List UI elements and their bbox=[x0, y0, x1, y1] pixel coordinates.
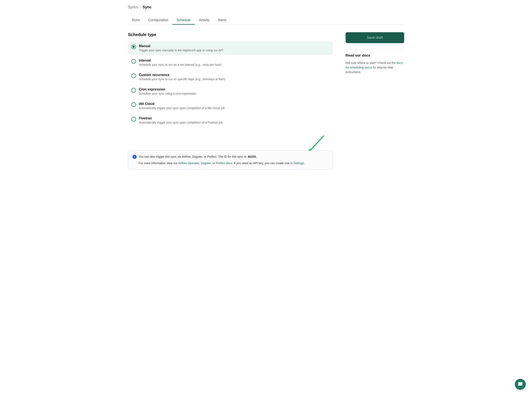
svg-line-0 bbox=[309, 136, 324, 151]
info-trigger-text: You can also trigger this sync via Airfl… bbox=[139, 155, 257, 159]
settings-link[interactable]: Settings. bbox=[293, 162, 305, 165]
docs-scheduling-link[interactable]: docs for scheduling syncs bbox=[345, 61, 403, 69]
option-content-interval: Interval Schedule your sync to run on a … bbox=[139, 59, 221, 66]
schedule-options-list: Manual Trigger your sync manually in the… bbox=[128, 41, 333, 127]
docs-title: Read our docs bbox=[345, 53, 404, 58]
tab-activity[interactable]: Activity bbox=[195, 16, 214, 25]
breadcrumb-current: Sync bbox=[143, 5, 152, 9]
right-sidebar: Save draft Read our docs Not sure where … bbox=[345, 32, 404, 75]
option-title-fivetran: Fivetran bbox=[139, 116, 223, 120]
schedule-option-dbt[interactable]: dbt Cloud Automatically trigger your syn… bbox=[128, 99, 333, 113]
schedule-option-fivetran[interactable]: Fivetran Automatically trigger your sync… bbox=[128, 113, 333, 127]
info-box: i You can also trigger this sync via Air… bbox=[128, 151, 333, 169]
prefect-docs-link[interactable]: Prefect docs bbox=[216, 162, 232, 165]
breadcrumb: Syncs / Sync bbox=[128, 5, 404, 9]
airflow-operator-link[interactable]: Airflow Operator bbox=[178, 162, 199, 165]
docs-section: Read our docs Not sure where to start? C… bbox=[345, 49, 404, 75]
radio-custom-recurrence bbox=[131, 74, 136, 78]
schedule-option-interval[interactable]: Interval Schedule your sync to run on a … bbox=[128, 56, 333, 69]
option-desc-dbt: Automatically trigger your sync upon com… bbox=[139, 106, 225, 110]
schedule-option-cron[interactable]: Cron expression Schedule your sync using… bbox=[128, 85, 333, 98]
option-title-interval: Interval bbox=[139, 59, 221, 62]
radio-cron bbox=[131, 88, 136, 93]
radio-manual bbox=[131, 45, 136, 49]
option-desc-manual: Trigger your sync manually in the Highto… bbox=[139, 49, 223, 52]
save-draft-button[interactable]: Save draft bbox=[345, 32, 404, 43]
option-title-dbt: dbt Cloud bbox=[139, 102, 225, 106]
section-title: Schedule type bbox=[128, 32, 333, 37]
radio-fivetran bbox=[131, 117, 136, 122]
tab-nav: Runs Configuration Schedule Activity Ale… bbox=[128, 16, 404, 25]
schedule-option-manual[interactable]: Manual Trigger your sync manually in the… bbox=[128, 41, 333, 55]
option-title-manual: Manual bbox=[139, 44, 223, 48]
option-desc-fivetran: Automatically trigger your sync upon com… bbox=[139, 121, 223, 124]
tab-runs[interactable]: Runs bbox=[128, 16, 144, 25]
option-content-custom-recurrence: Custom recurrence Schedule your sync to … bbox=[139, 73, 225, 81]
option-desc-interval: Schedule your sync to run on a set inter… bbox=[139, 63, 221, 66]
option-desc-cron: Schedule your sync using a cron expressi… bbox=[139, 92, 196, 95]
info-subtext: For more information view our Airflow Op… bbox=[139, 161, 329, 165]
breadcrumb-parent[interactable]: Syncs bbox=[128, 5, 138, 9]
breadcrumb-separator: / bbox=[140, 5, 141, 9]
option-content-fivetran: Fivetran Automatically trigger your sync… bbox=[139, 116, 223, 124]
tab-alerts[interactable]: Alerts bbox=[214, 16, 231, 25]
option-title-custom-recurrence: Custom recurrence bbox=[139, 73, 225, 77]
option-desc-custom-recurrence: Schedule your sync to run on specific da… bbox=[139, 77, 225, 81]
option-content-cron: Cron expression Schedule your sync using… bbox=[139, 87, 196, 95]
schedule-option-custom-recurrence[interactable]: Custom recurrence Schedule your sync to … bbox=[128, 70, 333, 84]
option-content-manual: Manual Trigger your sync manually in the… bbox=[139, 44, 223, 52]
tab-schedule[interactable]: Schedule bbox=[172, 16, 195, 25]
info-icon: i bbox=[132, 155, 137, 159]
option-content-dbt: dbt Cloud Automatically trigger your syn… bbox=[139, 102, 225, 110]
option-title-cron: Cron expression bbox=[139, 87, 196, 91]
docs-text: Not sure where to start? Check out the d… bbox=[345, 60, 404, 75]
radio-interval bbox=[131, 59, 136, 64]
tab-configuration[interactable]: Configuration bbox=[144, 16, 172, 25]
dagster-link[interactable]: Dagster bbox=[201, 162, 211, 165]
radio-dbt bbox=[131, 102, 136, 107]
